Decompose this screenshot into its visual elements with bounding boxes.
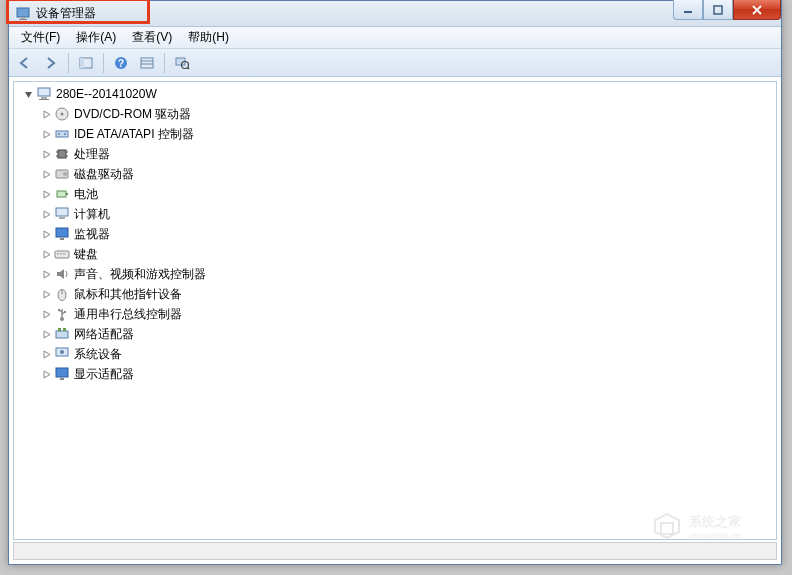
- toolbar: ?: [9, 49, 781, 77]
- tree-node[interactable]: 显示适配器: [18, 364, 776, 384]
- device-tree-pane[interactable]: 280E--20141020W DVD/CD-ROM 驱动器IDE ATA/AT…: [13, 81, 777, 540]
- toolbar-separator: [164, 53, 165, 73]
- svg-rect-46: [56, 331, 68, 338]
- show-hide-console-button[interactable]: [74, 51, 98, 75]
- scan-hardware-button[interactable]: [170, 51, 194, 75]
- tree-node[interactable]: 电池: [18, 184, 776, 204]
- svg-rect-33: [59, 217, 65, 219]
- svg-rect-31: [66, 193, 68, 195]
- system-icon: [54, 346, 70, 362]
- tree-node-label: 键盘: [74, 246, 98, 263]
- monitor-icon: [54, 226, 70, 242]
- tree-root-node[interactable]: 280E--20141020W: [18, 84, 776, 104]
- svg-rect-0: [17, 8, 29, 17]
- svg-rect-16: [41, 97, 47, 99]
- expand-icon[interactable]: [40, 248, 52, 260]
- maximize-button[interactable]: [703, 0, 733, 20]
- menu-file[interactable]: 文件(F): [13, 26, 68, 49]
- menubar: 文件(F) 操作(A) 查看(V) 帮助(H): [9, 27, 781, 49]
- expand-icon[interactable]: [40, 268, 52, 280]
- cpu-icon: [54, 146, 70, 162]
- svg-rect-38: [60, 253, 62, 255]
- expand-icon[interactable]: [40, 128, 52, 140]
- disk-icon: [54, 166, 70, 182]
- expand-icon[interactable]: [40, 348, 52, 360]
- tree-node[interactable]: 系统设备: [18, 344, 776, 364]
- device-tree: 280E--20141020W DVD/CD-ROM 驱动器IDE ATA/AT…: [18, 84, 776, 384]
- display-icon: [54, 366, 70, 382]
- expand-icon[interactable]: [40, 288, 52, 300]
- tree-node-label: 处理器: [74, 146, 110, 163]
- expand-icon[interactable]: [40, 148, 52, 160]
- svg-point-22: [64, 133, 66, 135]
- tree-node[interactable]: 键盘: [18, 244, 776, 264]
- svg-rect-9: [141, 58, 153, 68]
- tree-node-label: 系统设备: [74, 346, 122, 363]
- svg-rect-15: [38, 88, 50, 96]
- svg-rect-39: [63, 253, 65, 255]
- expand-icon[interactable]: [40, 188, 52, 200]
- app-icon: [15, 6, 31, 22]
- tree-node-label: 显示适配器: [74, 366, 134, 383]
- svg-point-42: [60, 317, 64, 321]
- expand-icon[interactable]: [40, 308, 52, 320]
- back-button[interactable]: [13, 51, 37, 75]
- help-button[interactable]: ?: [109, 51, 133, 75]
- network-icon: [54, 326, 70, 342]
- titlebar[interactable]: 设备管理器: [9, 1, 781, 27]
- expand-icon[interactable]: [40, 108, 52, 120]
- minimize-button[interactable]: [673, 0, 703, 20]
- tree-node[interactable]: 处理器: [18, 144, 776, 164]
- svg-point-19: [61, 113, 64, 116]
- expand-icon[interactable]: [40, 208, 52, 220]
- tree-node[interactable]: 磁盘驱动器: [18, 164, 776, 184]
- svg-rect-32: [56, 208, 68, 216]
- svg-rect-3: [684, 11, 692, 13]
- svg-rect-30: [57, 191, 66, 197]
- tree-node[interactable]: IDE ATA/ATAPI 控制器: [18, 124, 776, 144]
- toolbar-separator: [103, 53, 104, 73]
- toolbar-separator: [68, 53, 69, 73]
- menu-view[interactable]: 查看(V): [124, 26, 180, 49]
- tree-node[interactable]: 声音、视频和游戏控制器: [18, 264, 776, 284]
- expand-icon[interactable]: [40, 228, 52, 240]
- usb-icon: [54, 306, 70, 322]
- tree-node[interactable]: 通用串行总线控制器: [18, 304, 776, 324]
- disc-icon: [54, 106, 70, 122]
- tree-node-label: IDE ATA/ATAPI 控制器: [74, 126, 194, 143]
- sound-icon: [54, 266, 70, 282]
- svg-text:?: ?: [118, 58, 124, 69]
- svg-rect-23: [58, 150, 66, 158]
- statusbar: [13, 542, 777, 560]
- forward-button[interactable]: [39, 51, 63, 75]
- svg-line-14: [188, 67, 190, 69]
- properties-button[interactable]: [135, 51, 159, 75]
- svg-rect-4: [714, 6, 722, 14]
- menu-help[interactable]: 帮助(H): [180, 26, 237, 49]
- battery-icon: [54, 186, 70, 202]
- tree-node[interactable]: 网络适配器: [18, 324, 776, 344]
- tree-node[interactable]: 监视器: [18, 224, 776, 244]
- svg-rect-2: [19, 19, 27, 20]
- tree-node-label: DVD/CD-ROM 驱动器: [74, 106, 191, 123]
- close-button[interactable]: [733, 0, 781, 20]
- svg-point-50: [60, 350, 64, 354]
- tree-node[interactable]: 计算机: [18, 204, 776, 224]
- tree-node[interactable]: DVD/CD-ROM 驱动器: [18, 104, 776, 124]
- svg-rect-48: [63, 328, 66, 331]
- svg-rect-35: [60, 238, 64, 240]
- collapse-icon[interactable]: [22, 88, 34, 100]
- device-manager-window: 设备管理器 文件(F) 操作(A) 查看(V) 帮助(H): [8, 0, 782, 565]
- expand-icon[interactable]: [40, 168, 52, 180]
- expand-icon[interactable]: [40, 328, 52, 340]
- tree-node[interactable]: 鼠标和其他指针设备: [18, 284, 776, 304]
- ide-icon: [54, 126, 70, 142]
- svg-rect-45: [64, 311, 66, 313]
- menu-action[interactable]: 操作(A): [68, 26, 124, 49]
- tree-node-label: 电池: [74, 186, 98, 203]
- expand-icon[interactable]: [40, 368, 52, 380]
- tree-node-label: 鼠标和其他指针设备: [74, 286, 182, 303]
- tree-node-label: 磁盘驱动器: [74, 166, 134, 183]
- tree-node-label: 通用串行总线控制器: [74, 306, 182, 323]
- svg-rect-47: [58, 328, 61, 331]
